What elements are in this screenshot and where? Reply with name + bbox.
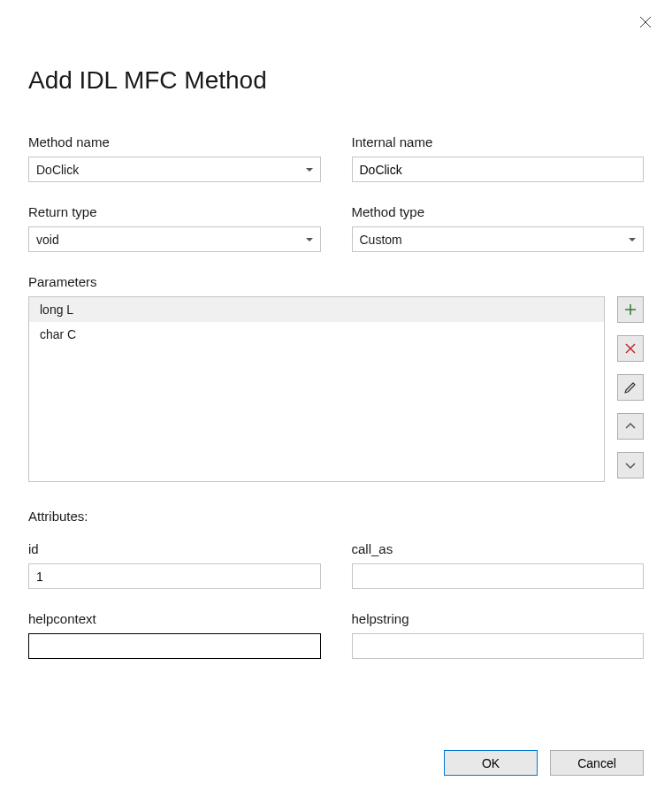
- id-input[interactable]: [28, 563, 321, 589]
- helpcontext-input[interactable]: [28, 633, 321, 659]
- chevron-down-icon: [306, 168, 313, 172]
- parameters-label: Parameters: [28, 274, 644, 289]
- cancel-button[interactable]: Cancel: [550, 750, 644, 776]
- method-name-combo[interactable]: DoClick: [28, 157, 321, 182]
- plus-icon: [623, 302, 638, 317]
- parameter-item[interactable]: char C: [29, 322, 604, 347]
- chevron-up-icon: [623, 419, 638, 433]
- method-name-label: Method name: [28, 134, 321, 149]
- move-up-button[interactable]: [617, 413, 644, 440]
- id-label: id: [28, 541, 321, 556]
- attributes-label: Attributes:: [28, 509, 644, 524]
- x-icon: [623, 341, 638, 356]
- method-type-value: Custom: [360, 233, 402, 247]
- add-parameter-button[interactable]: [617, 296, 644, 323]
- ok-button[interactable]: OK: [444, 750, 538, 776]
- method-type-label: Method type: [352, 204, 645, 219]
- call-as-label: call_as: [352, 541, 645, 556]
- return-type-combo[interactable]: void: [28, 226, 321, 252]
- parameters-list[interactable]: long Lchar C: [28, 296, 605, 482]
- dialog-title: Add IDL MFC Method: [28, 66, 644, 95]
- chevron-down-icon: [306, 238, 313, 241]
- move-down-button[interactable]: [617, 452, 644, 479]
- method-type-combo[interactable]: Custom: [352, 226, 645, 252]
- close-icon: [639, 16, 652, 28]
- pencil-icon: [623, 380, 638, 394]
- parameter-item[interactable]: long L: [29, 297, 604, 322]
- method-name-value: DoClick: [36, 163, 79, 177]
- return-type-value: void: [36, 233, 59, 247]
- helpcontext-label: helpcontext: [28, 611, 321, 626]
- delete-parameter-button[interactable]: [617, 335, 644, 362]
- internal-name-input[interactable]: [352, 157, 645, 182]
- internal-name-label: Internal name: [352, 134, 645, 149]
- edit-parameter-button[interactable]: [617, 374, 644, 401]
- chevron-down-icon: [629, 238, 636, 241]
- return-type-label: Return type: [28, 204, 321, 219]
- helpstring-input[interactable]: [352, 633, 645, 659]
- call-as-input[interactable]: [352, 563, 645, 589]
- helpstring-label: helpstring: [352, 611, 645, 626]
- chevron-down-icon: [623, 458, 638, 472]
- close-button[interactable]: [637, 13, 654, 31]
